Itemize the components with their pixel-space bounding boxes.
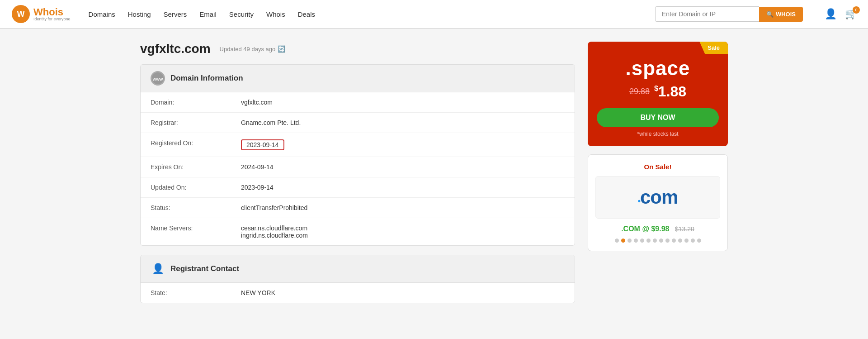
field-label-expires-on: Expires On: [141, 157, 231, 177]
refresh-icon[interactable]: 🔄 [278, 45, 285, 53]
field-value-updated-on: 2023-09-14 [231, 177, 575, 198]
updated-label: Updated 49 days ago [220, 46, 276, 53]
carousel-dot[interactable] [659, 239, 663, 243]
table-row: State: NEW YORK [141, 283, 575, 303]
nav-item-hosting[interactable]: Hosting [128, 10, 151, 18]
field-label-registrar: Registrar: [141, 113, 231, 133]
field-value-nameservers: cesar.ns.cloudflare.comingrid.ns.cloudfl… [231, 218, 575, 246]
buy-now-button[interactable]: BUY NOW [597, 108, 719, 127]
com-price-row: .COM @ $9.98 $13.20 [595, 225, 720, 233]
com-logo: •com [600, 186, 715, 208]
cart-icon-button[interactable]: 🛒 0 [845, 8, 857, 20]
carousel-dot[interactable] [615, 239, 619, 243]
domain-info-card: WWW Domain Information Domain: vgfxltc.c… [140, 64, 575, 246]
registrant-header: 👤 Registrant Contact [141, 255, 575, 283]
logo-icon: W [11, 4, 31, 24]
carousel-dot-active[interactable] [621, 239, 625, 243]
registrant-card: 👤 Registrant Contact State: NEW YORK [140, 255, 575, 303]
domain-info-title: Domain Information [170, 74, 243, 83]
com-logo-box: •com [595, 176, 720, 219]
table-row: Name Servers: cesar.ns.cloudflare.coming… [141, 218, 575, 246]
field-value-registered-on: 2023-09-14 [231, 133, 575, 157]
nav-item-email[interactable]: Email [199, 10, 217, 18]
logo-text: Whois Identity for everyone [33, 7, 71, 21]
promo-note: *while stocks last [597, 131, 719, 137]
cart-badge: 0 [853, 6, 860, 14]
sidebar: Sale .space 29.88 $1.88 BUY NOW *while s… [588, 42, 728, 312]
domain-info-table: Domain: vgfxltc.com Registrar: Gname.com… [141, 92, 575, 245]
user-icon: 👤 [825, 8, 837, 19]
field-label-registered-on: Registered On: [141, 133, 231, 157]
nav-search: 🔍 WHOIS [655, 6, 803, 22]
nav-item-whois[interactable]: Whois [266, 10, 285, 18]
table-row: Updated On: 2023-09-14 [141, 177, 575, 198]
whois-search-button[interactable]: 🔍 WHOIS [759, 7, 803, 22]
carousel-dot[interactable] [678, 239, 682, 243]
promo-space-card: Sale .space 29.88 $1.88 BUY NOW *while s… [588, 42, 728, 146]
carousel-dot[interactable] [665, 239, 670, 243]
main-container: vgfxltc.com Updated 49 days ago 🔄 WWW Do… [131, 42, 737, 330]
field-value-expires-on: 2024-09-14 [231, 157, 575, 177]
carousel-dot[interactable] [627, 239, 632, 243]
field-value-status: clientTransferProhibited [231, 198, 575, 218]
nav-item-security[interactable]: Security [229, 10, 254, 18]
page-title: vgfxltc.com [140, 42, 211, 56]
promo-prices: 29.88 $1.88 [597, 83, 719, 100]
carousel-dot[interactable] [646, 239, 651, 243]
nav-item-deals[interactable]: Deals [298, 10, 315, 18]
price-new: $1.88 [654, 83, 686, 100]
table-row: Expires On: 2024-09-14 [141, 157, 575, 177]
person-icon: 👤 [151, 262, 165, 276]
page-title-row: vgfxltc.com Updated 49 days ago 🔄 [140, 42, 575, 56]
registrant-title: Registrant Contact [170, 264, 239, 273]
promo-space-domain: .space [597, 57, 719, 80]
on-sale-label: On Sale! [595, 163, 720, 171]
com-price-highlight: .COM @ $9.98 [621, 225, 669, 233]
field-label-state: State: [141, 283, 231, 303]
logo-link[interactable]: W Whois Identity for everyone [11, 4, 71, 24]
carousel-dot[interactable] [684, 239, 689, 243]
carousel-dot[interactable] [640, 239, 644, 243]
field-value-registrar: Gname.com Pte. Ltd. [231, 113, 575, 133]
price-old: 29.88 [629, 87, 650, 96]
updated-text: Updated 49 days ago 🔄 [220, 45, 286, 53]
table-row: Domain: vgfxltc.com [141, 92, 575, 113]
field-value-state: NEW YORK [231, 283, 575, 303]
nav-icons: 👤 🛒 0 [825, 8, 857, 20]
navbar: W Whois Identity for everyone Domains Ho… [0, 0, 868, 29]
domain-search-input[interactable] [655, 6, 759, 22]
field-label-status: Status: [141, 198, 231, 218]
www-icon: WWW [151, 71, 165, 86]
nav-item-servers[interactable]: Servers [164, 10, 187, 18]
carousel-dot[interactable] [691, 239, 695, 243]
logo-whois-text: Whois [33, 7, 71, 17]
svg-text:W: W [17, 10, 25, 19]
promo-com-card: On Sale! •com .COM @ $9.98 $13.20 [588, 154, 728, 251]
com-price-old: $13.20 [675, 225, 694, 233]
search-button-label: WHOIS [776, 11, 796, 18]
table-row: Registrar: Gname.com Pte. Ltd. [141, 113, 575, 133]
carousel-dots [595, 239, 720, 243]
field-label-updated-on: Updated On: [141, 177, 231, 198]
user-icon-button[interactable]: 👤 [825, 8, 837, 20]
field-value-domain: vgfxltc.com [231, 92, 575, 113]
carousel-dot[interactable] [672, 239, 676, 243]
field-label-nameservers: Name Servers: [141, 218, 231, 246]
table-row: Registered On: 2023-09-14 [141, 133, 575, 157]
table-row: Status: clientTransferProhibited [141, 198, 575, 218]
content-area: vgfxltc.com Updated 49 days ago 🔄 WWW Do… [140, 42, 575, 312]
logo-sub-text: Identity for everyone [33, 17, 71, 21]
carousel-dot[interactable] [697, 239, 701, 243]
sale-badge: Sale [699, 42, 728, 54]
nav-links: Domains Hosting Servers Email Security W… [89, 10, 315, 18]
nav-item-domains[interactable]: Domains [89, 10, 115, 18]
domain-info-header: WWW Domain Information [141, 65, 575, 92]
svg-text:WWW: WWW [153, 77, 163, 81]
field-label-domain: Domain: [141, 92, 231, 113]
date-highlight-registered: 2023-09-14 [241, 139, 284, 150]
carousel-dot[interactable] [653, 239, 657, 243]
registrant-table: State: NEW YORK [141, 283, 575, 303]
carousel-dot[interactable] [634, 239, 638, 243]
search-icon: 🔍 [766, 11, 774, 18]
